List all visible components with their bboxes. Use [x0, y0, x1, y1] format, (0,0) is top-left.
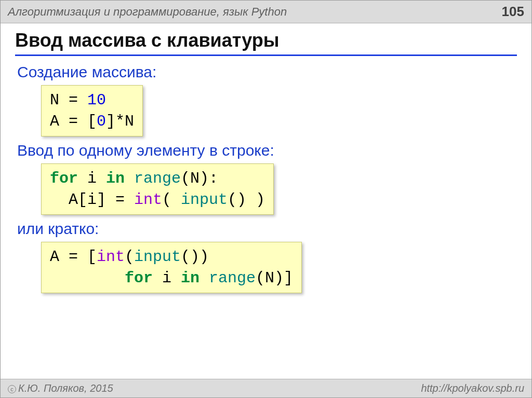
code-text: i: [78, 170, 106, 187]
code-builtin: int: [134, 191, 162, 209]
code-text: A[i]: [50, 191, 106, 209]
code-number: 10: [87, 91, 106, 109]
code-builtin: input: [181, 191, 228, 209]
code-text: = [: [59, 113, 97, 130]
code-text: =: [106, 191, 134, 209]
code-text: =: [59, 91, 87, 109]
code-keyword: for: [50, 170, 78, 187]
slide-content: Ввод массива с клавиатуры Создание масси…: [1, 23, 531, 293]
code-text: (: [125, 248, 134, 266]
code-text: (: [162, 191, 181, 209]
code-builtin: range: [209, 269, 256, 287]
code-keyword: in: [106, 170, 125, 187]
code-text: (N)]: [256, 269, 293, 287]
code-text: () ): [228, 191, 265, 209]
section2-heading: Ввод по одному элементу в строке:: [17, 142, 517, 159]
copyright: cК.Ю. Поляков, 2015: [8, 382, 113, 394]
code-block-2: for i in range(N): A[i] = int( input() ): [41, 163, 274, 215]
code-text: ()): [181, 248, 209, 266]
breadcrumb: Алгоритмизация и программирование, язык …: [8, 5, 287, 19]
code-builtin: int: [97, 248, 125, 266]
code-number: 0: [97, 113, 106, 130]
code-text: i: [153, 269, 181, 287]
page-title: Ввод массива с клавиатуры: [15, 30, 517, 56]
code-builtin: range: [134, 170, 181, 187]
code-text: [50, 269, 125, 287]
section3-heading: или кратко:: [17, 220, 517, 238]
code-text: [125, 170, 134, 187]
copyright-icon: c: [8, 385, 16, 393]
code-keyword: in: [181, 269, 200, 287]
code-block-3: A = [int(input()) for i in range(N)]: [41, 242, 302, 293]
footer-bar: cК.Ю. Поляков, 2015 http://kpolyakov.spb…: [1, 379, 531, 397]
code-text: ]*N: [106, 113, 134, 130]
code-text: A: [50, 248, 59, 266]
copyright-text: К.Ю. Поляков, 2015: [18, 382, 113, 394]
section1-heading: Создание массива:: [17, 63, 517, 81]
code-text: (N):: [181, 170, 218, 187]
footer-url: http://kpolyakov.spb.ru: [421, 382, 524, 394]
code-keyword: for: [125, 269, 153, 287]
code-text: N: [50, 91, 59, 109]
code-block-1: N = 10 A = [0]*N: [41, 85, 143, 136]
code-builtin: input: [134, 248, 181, 266]
page-number: 105: [502, 4, 524, 20]
code-text: [200, 269, 209, 287]
header-bar: Алгоритмизация и программирование, язык …: [1, 1, 531, 23]
code-text: A: [50, 113, 59, 130]
code-text: = [: [59, 248, 97, 266]
